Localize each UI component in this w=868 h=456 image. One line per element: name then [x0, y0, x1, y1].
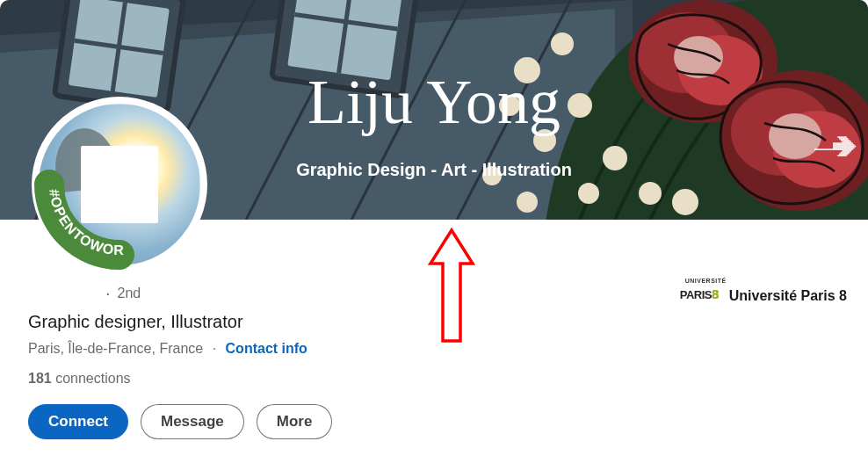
connections-label: connections	[55, 371, 130, 386]
education-logo-icon: UNIVERSITÉ PARIS88	[680, 286, 719, 306]
profile-details: · 2nd Graphic designer, Illustrator Pari…	[28, 283, 847, 439]
connections-row[interactable]: 181 connections	[28, 371, 332, 387]
profile-name	[28, 284, 98, 303]
banner-next-arrow-icon: ⸺➔	[812, 134, 854, 163]
svg-point-23	[672, 189, 698, 215]
location-separator: ·	[213, 341, 216, 356]
education-name: Université Paris 8	[729, 288, 847, 304]
svg-point-21	[603, 146, 627, 170]
svg-point-18	[568, 93, 592, 118]
name-row: · 2nd	[28, 283, 332, 303]
svg-point-24	[578, 183, 599, 204]
svg-point-17	[551, 33, 574, 55]
svg-text:Liju Yong: Liju Yong	[307, 67, 561, 137]
degree-separator: ·	[105, 283, 111, 303]
contact-info-link[interactable]: Contact info	[226, 341, 307, 356]
location-row: Paris, Île-de-France, France · Contact i…	[28, 341, 332, 357]
profile-headline: Graphic designer, Illustrator	[28, 312, 332, 332]
svg-text:Graphic Design - Art - Illustr: Graphic Design - Art - Illustration	[296, 160, 572, 179]
education-link[interactable]: UNIVERSITÉ PARIS88 Université Paris 8	[680, 283, 847, 306]
svg-point-26	[517, 192, 538, 213]
connections-count: 181	[28, 371, 52, 386]
profile-location: Paris, Île-de-France, France	[28, 341, 203, 356]
message-button[interactable]: Message	[141, 404, 244, 439]
profile-left-column: · 2nd Graphic designer, Illustrator Pari…	[28, 283, 332, 439]
profile-avatar[interactable]	[32, 97, 207, 272]
profile-card: Liju Yong Graphic Design - Art - Illustr…	[0, 0, 868, 456]
connect-button[interactable]: Connect	[28, 404, 128, 439]
connection-degree: 2nd	[118, 286, 141, 301]
action-buttons: Connect Message More	[28, 404, 332, 439]
svg-point-22	[639, 182, 662, 205]
more-button[interactable]: More	[257, 404, 333, 439]
